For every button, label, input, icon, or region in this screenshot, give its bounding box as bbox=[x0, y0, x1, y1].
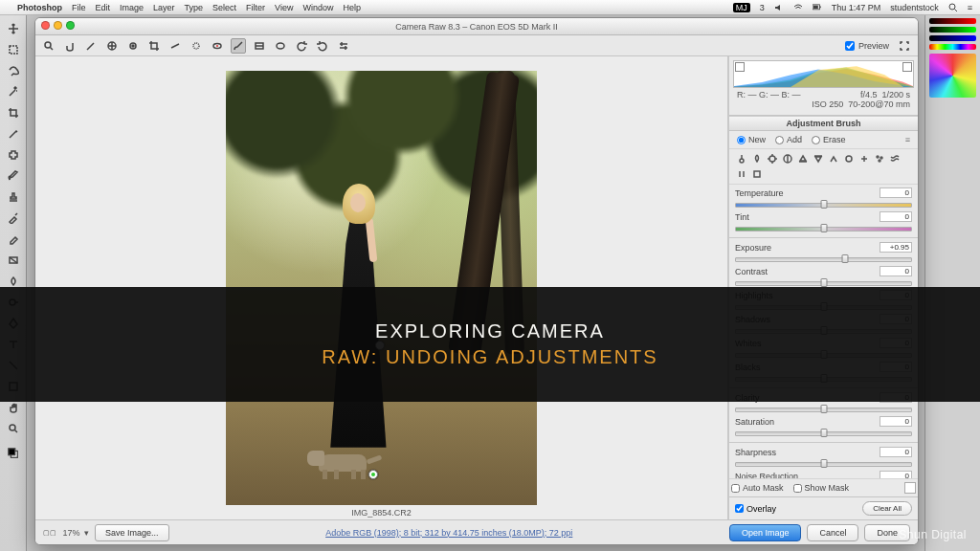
cr-white-balance-tool-icon[interactable] bbox=[83, 38, 99, 54]
shadow-clip-warning-icon[interactable] bbox=[735, 62, 745, 72]
cancel-button[interactable]: Cancel bbox=[807, 524, 858, 541]
ps-marquee-tool-icon[interactable] bbox=[4, 40, 23, 59]
slider-track[interactable] bbox=[735, 301, 912, 312]
slider-value[interactable]: 0 bbox=[880, 392, 912, 403]
cr-fullscreen-icon[interactable] bbox=[897, 38, 912, 54]
spotlight-icon[interactable] bbox=[948, 3, 958, 12]
ps-red-slider[interactable] bbox=[929, 18, 976, 24]
menu-edit[interactable]: Edit bbox=[96, 3, 111, 12]
menubar-clock[interactable]: Thu 1:47 PM bbox=[832, 3, 881, 12]
slider-thumb[interactable] bbox=[820, 459, 827, 468]
slider-tint[interactable]: Tint0 bbox=[735, 210, 912, 234]
ps-heal-tool-icon[interactable] bbox=[4, 145, 23, 165]
slider-track[interactable] bbox=[735, 223, 912, 233]
highlight-clip-warning-icon[interactable] bbox=[902, 62, 912, 72]
itab-nr-icon[interactable] bbox=[873, 152, 886, 165]
menu-layer[interactable]: Layer bbox=[153, 3, 175, 12]
itab-sharp-icon[interactable] bbox=[858, 152, 871, 165]
ps-eyedropper-tool-icon[interactable] bbox=[4, 124, 23, 143]
slider-temperature[interactable]: Temperature0 bbox=[735, 187, 912, 210]
cr-straighten-tool-icon[interactable] bbox=[167, 38, 183, 54]
slider-value[interactable]: +0.95 bbox=[880, 242, 912, 253]
slider-track[interactable] bbox=[735, 325, 912, 336]
ps-crop-tool-icon[interactable] bbox=[4, 103, 23, 122]
menubar-notification-count[interactable]: 3 bbox=[760, 3, 765, 12]
slider-thumb[interactable] bbox=[820, 200, 827, 209]
slider-thumb[interactable] bbox=[820, 405, 827, 413]
slider-value[interactable]: 0 bbox=[880, 362, 912, 372]
slider-thumb[interactable] bbox=[820, 224, 827, 232]
menubar-list-icon[interactable]: ≡ bbox=[968, 3, 972, 12]
menu-filter[interactable]: Filter bbox=[246, 3, 265, 12]
slider-value[interactable]: 0 bbox=[880, 211, 912, 222]
cr-redeye-tool-icon[interactable] bbox=[210, 38, 225, 54]
mode-new[interactable]: New bbox=[737, 135, 766, 144]
auto-mask-checkbox[interactable]: Auto Mask bbox=[731, 482, 784, 494]
slider-contrast[interactable]: Contrast0 bbox=[735, 265, 912, 289]
ps-zoom-tool-icon[interactable] bbox=[4, 419, 23, 438]
ps-type-tool-icon[interactable] bbox=[4, 335, 23, 354]
slider-thumb[interactable] bbox=[820, 278, 827, 287]
cr-hand-tool-icon[interactable] bbox=[62, 38, 78, 54]
slider-track[interactable] bbox=[735, 199, 912, 209]
cr-graduated-filter-tool-icon[interactable] bbox=[252, 38, 267, 54]
itab-tint-icon[interactable] bbox=[750, 152, 764, 165]
ps-gradient-tool-icon[interactable] bbox=[4, 251, 23, 270]
slider-exposure[interactable]: Exposure+0.95 bbox=[735, 241, 912, 265]
zoom-level-dropdown[interactable]: ▢▢ 17% ▾ bbox=[43, 528, 89, 538]
ps-fg-bg-swatches-icon[interactable] bbox=[4, 444, 23, 463]
slider-value[interactable]: 0 bbox=[880, 471, 912, 478]
cr-prefs-icon[interactable] bbox=[336, 38, 351, 54]
slider-whites[interactable]: Whites0 bbox=[735, 337, 912, 361]
cr-adjustment-brush-tool-icon[interactable] bbox=[231, 38, 246, 54]
slider-shadows[interactable]: Shadows0 bbox=[735, 313, 912, 337]
overlay-checkbox[interactable]: Overlay bbox=[735, 504, 776, 514]
slider-track[interactable] bbox=[735, 253, 912, 264]
itab-contrast-icon[interactable] bbox=[781, 152, 794, 165]
ps-blur-tool-icon[interactable] bbox=[4, 272, 23, 291]
menu-window[interactable]: Window bbox=[302, 3, 333, 12]
cr-radial-filter-tool-icon[interactable] bbox=[273, 38, 288, 54]
ps-path-tool-icon[interactable] bbox=[4, 356, 23, 375]
slider-thumb[interactable] bbox=[820, 429, 827, 437]
window-traffic-lights[interactable] bbox=[41, 21, 75, 30]
slider-thumb[interactable] bbox=[820, 326, 827, 335]
histogram-plot[interactable] bbox=[733, 60, 914, 88]
open-image-button[interactable]: Open Image bbox=[729, 524, 802, 541]
slider-blacks[interactable]: Blacks0 bbox=[735, 361, 912, 385]
ps-color-wheel[interactable] bbox=[929, 54, 976, 98]
minimize-icon[interactable] bbox=[54, 21, 62, 30]
menu-help[interactable]: Help bbox=[343, 3, 361, 12]
itab-color-icon[interactable] bbox=[750, 167, 764, 181]
slider-clarity[interactable]: Clarity0 bbox=[735, 391, 912, 415]
ps-hand-tool-icon[interactable] bbox=[4, 398, 23, 417]
slider-value[interactable]: 0 bbox=[880, 447, 912, 457]
ps-eraser-tool-icon[interactable] bbox=[4, 230, 23, 249]
slider-value[interactable]: 0 bbox=[880, 187, 912, 198]
menubar-user[interactable]: studentstock bbox=[890, 3, 939, 12]
slider-track[interactable] bbox=[735, 404, 912, 414]
ps-hue-strip[interactable] bbox=[929, 44, 976, 50]
panel-menu-icon[interactable]: ≡ bbox=[905, 135, 910, 144]
preview-checkbox[interactable] bbox=[845, 41, 855, 51]
show-mask-checkbox[interactable]: Show Mask bbox=[793, 482, 850, 494]
ps-wand-tool-icon[interactable] bbox=[4, 82, 23, 101]
slider-track[interactable] bbox=[735, 373, 912, 384]
slider-track[interactable] bbox=[735, 458, 912, 469]
slider-value[interactable]: 0 bbox=[880, 290, 912, 300]
ps-move-tool-icon[interactable] bbox=[4, 19, 23, 38]
itab-temp-icon[interactable] bbox=[735, 152, 748, 165]
battery-icon[interactable] bbox=[813, 3, 822, 12]
slider-sharpness[interactable]: Sharpness0 bbox=[735, 446, 912, 470]
itab-exposure-icon[interactable] bbox=[766, 152, 779, 165]
mask-color-swatch[interactable] bbox=[904, 482, 916, 494]
slider-track[interactable] bbox=[735, 428, 912, 438]
dialog-titlebar[interactable]: Camera Raw 8.3 – Canon EOS 5D Mark II bbox=[35, 18, 918, 35]
ps-shape-tool-icon[interactable] bbox=[4, 377, 23, 396]
cr-zoom-tool-icon[interactable] bbox=[41, 38, 56, 54]
ps-pen-tool-icon[interactable] bbox=[4, 314, 23, 333]
menu-type[interactable]: Type bbox=[185, 3, 204, 12]
itab-saturation-icon[interactable] bbox=[842, 152, 856, 165]
zoom-icon[interactable] bbox=[66, 21, 75, 30]
ps-blue-slider[interactable] bbox=[929, 35, 976, 41]
